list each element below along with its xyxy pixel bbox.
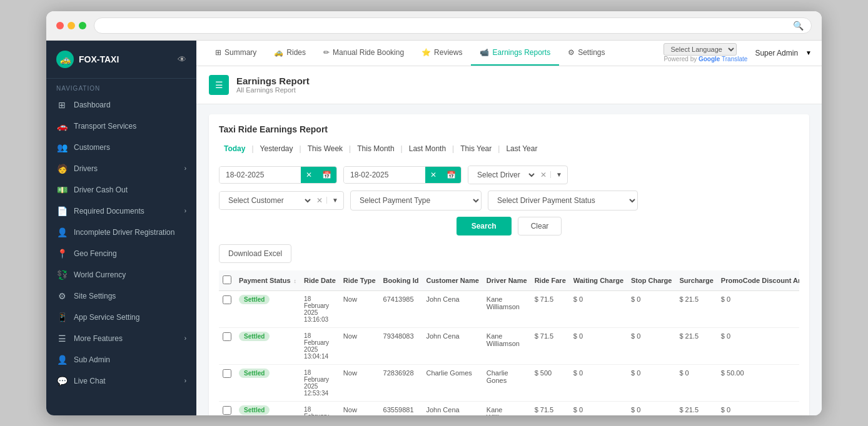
table-header-row: Payment Status ↕ Ride Date Ride Type Boo…	[219, 270, 799, 291]
search-icon: 🔍	[793, 21, 804, 31]
driver-select[interactable]: Select Driver	[468, 166, 537, 184]
customer-select-wrapper: Select Customer ✕ ▼	[219, 191, 344, 210]
driver-select-clear-icon[interactable]: ✕	[537, 171, 550, 179]
driver-payment-status-select[interactable]: Select Driver Payment Status	[488, 191, 638, 211]
sidebar-item-label: Sub Admin	[74, 355, 110, 364]
end-date-calendar-btn[interactable]: 📅	[442, 167, 461, 183]
row-ride-fare: $ 71.5	[531, 327, 570, 364]
nav-link-settings[interactable]: ⚙ Settings	[559, 41, 613, 66]
customer-select[interactable]: Select Customer	[220, 192, 313, 209]
row-driver-name: Kane Williamson	[483, 401, 531, 415]
nav-link-reviews[interactable]: ⭐ Reviews	[413, 41, 471, 66]
sidebar-item-required-documents[interactable]: 📄 Required Documents ›	[46, 201, 196, 222]
language-select[interactable]: Select Language	[664, 43, 737, 56]
nav-label: Navigation	[46, 79, 196, 94]
sidebar-item-customers[interactable]: 👥 Customers	[46, 137, 196, 158]
driver-select-wrapper: Select Driver ✕ ▼	[468, 166, 568, 184]
sidebar-item-world-currency[interactable]: 💱 World Currency	[46, 264, 196, 285]
nav-link-label: Settings	[578, 48, 605, 57]
customer-select-clear-icon[interactable]: ✕	[313, 196, 326, 205]
row-ride-date: 18 February 2025 13:04:14	[300, 327, 340, 364]
chevron-right-icon: ›	[184, 207, 186, 214]
sidebar-item-incomplete-driver-reg[interactable]: 👤 Incomplete Driver Registration	[46, 222, 196, 243]
download-excel-button[interactable]: Download Excel	[219, 244, 291, 263]
drivers-icon: 🧑	[56, 164, 68, 174]
start-date-clear-btn[interactable]: ✕	[301, 167, 317, 183]
date-tab-last-month[interactable]: Last Month	[404, 142, 451, 156]
th-checkbox	[219, 270, 235, 291]
logo-text: FOX-TAXI	[79, 54, 119, 64]
filter-row-2: Select Customer ✕ ▼ Select Payment Type …	[219, 191, 799, 211]
row-driver-name: Charlie Gones	[483, 364, 531, 401]
search-button[interactable]: Search	[457, 217, 512, 235]
date-tab-this-week[interactable]: This Week	[303, 142, 348, 156]
row-stop-charge: $ 0	[627, 364, 675, 401]
sidebar: 🚕 FOX-TAXI 👁 Navigation ⊞ Dashboard 🚗 Tr…	[46, 41, 196, 415]
customer-select-arrow-icon[interactable]: ▼	[326, 197, 343, 204]
sidebar-item-sub-admin[interactable]: 👤 Sub Admin	[46, 349, 196, 370]
sidebar-item-site-settings[interactable]: ⚙ Site Settings	[46, 285, 196, 307]
sidebar-item-geo-fencing[interactable]: 📍 Geo Fencing	[46, 243, 196, 264]
nav-link-summary[interactable]: ⊞ Summary	[206, 41, 265, 66]
row-booking-id: 63559881	[380, 401, 423, 415]
row-ride-fare: $ 71.5	[531, 401, 570, 415]
clear-button[interactable]: Clear	[518, 217, 562, 235]
row-surcharge: $ 21.5	[675, 290, 717, 327]
row-ride-type: Now	[340, 364, 380, 401]
row-stop-charge: $ 0	[627, 401, 675, 415]
row-stop-charge: $ 0	[627, 290, 675, 327]
row-checkbox[interactable]	[223, 295, 231, 304]
nav-link-label: Manual Ride Booking	[333, 48, 404, 57]
sidebar-item-live-chat[interactable]: 💬 Live Chat ›	[46, 370, 196, 392]
row-surcharge: $ 21.5	[675, 401, 717, 415]
date-tab-this-year[interactable]: This Year	[455, 142, 497, 156]
payment-type-select[interactable]: Select Payment Type	[350, 191, 482, 211]
date-tab-yesterday[interactable]: Yesterday	[255, 142, 298, 156]
sidebar-item-dashboard[interactable]: ⊞ Dashboard	[46, 94, 196, 116]
start-date-input[interactable]: 18-02-2025	[220, 167, 301, 183]
select-all-checkbox[interactable]	[223, 275, 231, 284]
th-surcharge: Surcharge	[675, 270, 717, 291]
nav-link-manual-ride[interactable]: ✏ Manual Ride Booking	[315, 41, 413, 66]
th-waiting-charge: Waiting Charge	[570, 270, 627, 291]
app-container: 🚕 FOX-TAXI 👁 Navigation ⊞ Dashboard 🚗 Tr…	[46, 41, 822, 415]
row-checkbox-cell	[219, 327, 235, 364]
browser-bar: 🔍	[46, 11, 822, 41]
row-checkbox[interactable]	[223, 369, 231, 378]
admin-chevron-icon[interactable]: ▼	[805, 49, 812, 56]
date-tab-this-month[interactable]: This Month	[352, 142, 399, 156]
powered-by-text: Powered by Google Translate	[664, 56, 747, 62]
sidebar-item-more-features[interactable]: ☰ More Features ›	[46, 328, 196, 349]
dot-red[interactable]	[56, 22, 64, 29]
dot-green[interactable]	[79, 22, 86, 29]
sidebar-item-transport-services[interactable]: 🚗 Transport Services	[46, 116, 196, 137]
sidebar-item-driver-cash-out[interactable]: 💵 Driver Cash Out	[46, 179, 196, 201]
sidebar-item-drivers[interactable]: 🧑 Drivers ›	[46, 158, 196, 179]
browser-url-bar[interactable]: 🔍	[94, 17, 812, 34]
date-tab-last-year[interactable]: Last Year	[501, 142, 542, 156]
driver-select-arrow-icon[interactable]: ▼	[550, 171, 567, 178]
nav-link-earnings[interactable]: 📹 Earnings Reports	[471, 41, 559, 66]
reviews-icon: ⭐	[421, 48, 431, 57]
end-date-clear-btn[interactable]: ✕	[425, 167, 442, 183]
dot-yellow[interactable]	[68, 22, 75, 29]
date-tab-today[interactable]: Today	[219, 142, 250, 156]
browser-dots	[56, 22, 86, 29]
chevron-right-icon: ›	[184, 335, 186, 342]
start-date-calendar-btn[interactable]: 📅	[317, 167, 336, 183]
manual-ride-icon: ✏	[323, 48, 330, 57]
end-date-input[interactable]: 18-02-2025	[344, 167, 425, 183]
sort-icon[interactable]: ↕	[294, 278, 297, 284]
row-promo-discount: $ 0	[717, 327, 799, 364]
row-checkbox[interactable]	[223, 406, 231, 415]
nav-link-rides[interactable]: 🚕 Rides	[265, 41, 315, 66]
row-checkbox[interactable]	[223, 332, 231, 341]
admin-label[interactable]: Super Admin	[755, 49, 798, 57]
nav-settings-icon: ⚙	[568, 48, 575, 57]
row-stop-charge: $ 0	[627, 327, 675, 364]
nav-link-label: Rides	[286, 48, 306, 57]
sidebar-item-app-service-setting[interactable]: 📱 App Service Setting	[46, 307, 196, 328]
top-nav-links: ⊞ Summary 🚕 Rides ✏ Manual Ride Booking …	[206, 41, 614, 66]
earnings-icon: 📹	[480, 48, 489, 57]
eye-icon[interactable]: 👁	[178, 54, 186, 64]
